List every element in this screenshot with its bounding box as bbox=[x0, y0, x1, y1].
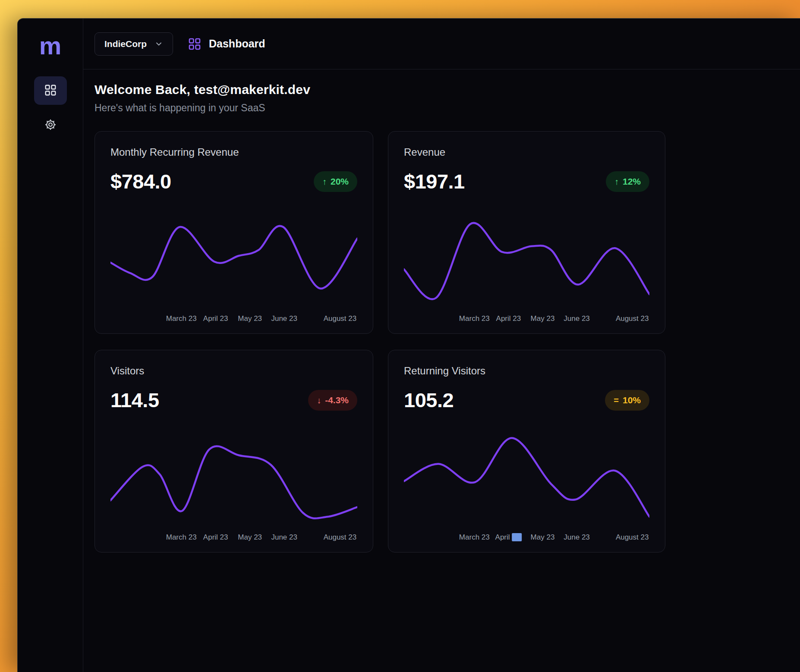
trend-value: 20% bbox=[331, 176, 349, 187]
trend-badge: ↑ 12% bbox=[606, 171, 649, 192]
trend-down-icon: ↓ bbox=[317, 396, 321, 405]
grid-icon bbox=[44, 84, 57, 98]
organization-selector[interactable]: IndieCorp bbox=[94, 32, 173, 56]
x-axis-ticks: March 23April 23May 23June 23August 23 bbox=[110, 531, 357, 544]
welcome-subtitle: Here's what is happening in your SaaS bbox=[94, 102, 789, 114]
x-tick: May 23 bbox=[238, 314, 262, 323]
x-tick: May 23 bbox=[238, 533, 262, 542]
metric-value: 114.5 bbox=[110, 388, 159, 412]
card-title: Monthly Recurring Revenue bbox=[110, 146, 357, 158]
x-tick: August 23 bbox=[616, 314, 649, 323]
page-header: Dashboard bbox=[188, 37, 265, 51]
metric-card-visitors: Visitors 114.5 ↓ -4.3% March 23April 23M… bbox=[94, 350, 373, 553]
card-title: Visitors bbox=[110, 365, 357, 377]
page-title: Dashboard bbox=[209, 38, 265, 50]
x-axis-ticks: March 23April 23May 23June 23August 23 bbox=[404, 531, 649, 544]
x-tick: May 23 bbox=[531, 314, 555, 323]
x-tick: March 23 bbox=[166, 314, 197, 323]
line-chart bbox=[110, 424, 357, 529]
x-tick: April 23 bbox=[496, 314, 521, 323]
x-axis-ticks: March 23April 23May 23June 23August 23 bbox=[110, 312, 357, 326]
x-tick: August 23 bbox=[324, 533, 357, 542]
gear-icon bbox=[44, 118, 57, 132]
metric-card-returning-visitors: Returning Visitors 105.2 = 10% March 23A… bbox=[388, 350, 665, 553]
metric-value: 105.2 bbox=[404, 388, 454, 412]
selected-text-highlight: 23 bbox=[512, 533, 522, 541]
metric-value: $784.0 bbox=[110, 170, 171, 193]
x-tick: August 23 bbox=[616, 533, 649, 542]
app-logo: m bbox=[39, 33, 62, 58]
x-tick: March 23 bbox=[459, 314, 490, 323]
metric-card-monthly-recurring-revenue: Monthly Recurring Revenue $784.0 ↑ 20% M… bbox=[94, 131, 373, 334]
trend-up-icon: ↑ bbox=[322, 177, 327, 186]
x-tick: March 23 bbox=[166, 533, 197, 542]
chevron-down-icon bbox=[154, 40, 163, 48]
metric-value: $197.1 bbox=[404, 170, 465, 193]
x-tick: June 23 bbox=[271, 314, 297, 323]
dashboard-content: Welcome Back, test@makerkit.dev Here's w… bbox=[83, 69, 800, 553]
trend-value: 12% bbox=[623, 176, 641, 187]
trend-value: -4.3% bbox=[325, 395, 349, 405]
x-tick: June 23 bbox=[564, 533, 590, 542]
trend-flat-icon: = bbox=[614, 396, 619, 405]
x-tick: August 23 bbox=[324, 314, 357, 323]
x-tick: April 23 bbox=[203, 533, 228, 542]
sidebar-item-dashboard[interactable] bbox=[34, 76, 67, 105]
x-tick: June 23 bbox=[271, 533, 297, 542]
x-tick: June 23 bbox=[564, 314, 590, 323]
trend-badge: ↓ -4.3% bbox=[308, 390, 357, 411]
card-title: Revenue bbox=[404, 146, 649, 158]
trend-badge: ↑ 20% bbox=[314, 171, 357, 192]
x-tick: April 23 bbox=[495, 533, 522, 542]
main-area: IndieCorp Dashboard Welcome Back, test@m… bbox=[83, 19, 800, 672]
app-window: m IndieCorp bbox=[17, 18, 800, 672]
welcome-title: Welcome Back, test@makerkit.dev bbox=[94, 82, 789, 97]
trend-up-icon: ↑ bbox=[614, 177, 619, 186]
sidebar: m bbox=[18, 19, 83, 672]
x-tick: March 23 bbox=[459, 533, 490, 542]
line-chart bbox=[110, 205, 357, 310]
x-axis-ticks: March 23April 23May 23June 23August 23 bbox=[404, 312, 649, 326]
organization-name: IndieCorp bbox=[104, 39, 147, 49]
dashboard-grid-icon bbox=[188, 37, 202, 51]
metric-cards-grid: Monthly Recurring Revenue $784.0 ↑ 20% M… bbox=[94, 131, 789, 553]
metric-card-revenue: Revenue $197.1 ↑ 12% March 23April 23May… bbox=[388, 131, 665, 334]
desktop: { "theme": { "accent_purple": "#7e3ff2",… bbox=[0, 0, 800, 672]
x-tick: May 23 bbox=[531, 533, 555, 542]
trend-value: 10% bbox=[623, 395, 641, 405]
line-chart bbox=[404, 424, 649, 529]
top-header: IndieCorp Dashboard bbox=[83, 19, 800, 69]
line-chart bbox=[404, 205, 649, 310]
x-tick: April 23 bbox=[203, 314, 228, 323]
card-title: Returning Visitors bbox=[404, 365, 649, 377]
trend-badge: = 10% bbox=[605, 390, 649, 411]
sidebar-item-settings[interactable] bbox=[34, 111, 67, 139]
